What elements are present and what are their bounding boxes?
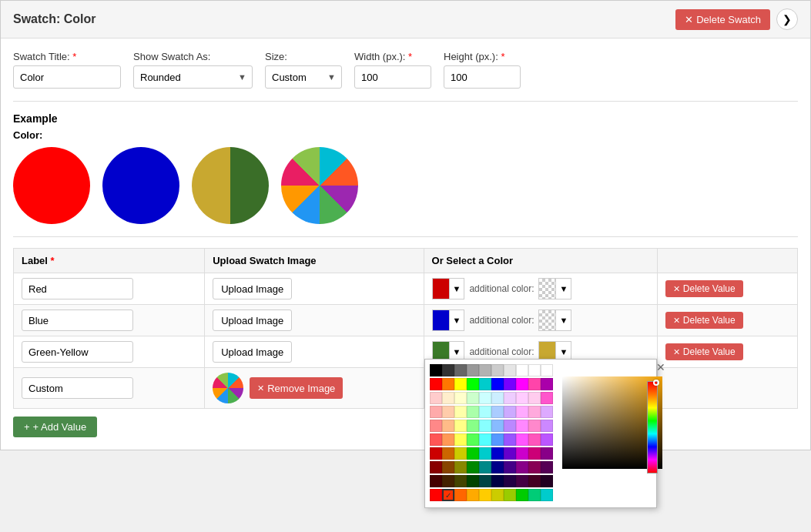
height-input[interactable] (444, 65, 521, 89)
palette-cell[interactable] (454, 461, 467, 473)
gradient-cursor[interactable] (653, 380, 659, 386)
palette-cell[interactable] (479, 447, 491, 460)
palette-cell[interactable] (442, 392, 454, 404)
palette-cell[interactable] (479, 489, 491, 501)
palette-cell[interactable] (467, 447, 479, 460)
palette-cell[interactable] (491, 378, 504, 390)
palette-cell[interactable] (454, 475, 467, 487)
palette-cell[interactable] (430, 420, 442, 432)
palette-cell[interactable] (442, 447, 454, 460)
palette-cell[interactable] (528, 406, 541, 418)
palette-cell[interactable] (430, 406, 442, 418)
palette-cell[interactable] (516, 433, 528, 446)
palette-cell[interactable] (528, 420, 541, 432)
palette-cell[interactable] (491, 489, 504, 501)
palette-cell[interactable] (491, 420, 504, 432)
palette-cell[interactable] (467, 420, 479, 432)
palette-cell[interactable] (491, 461, 504, 473)
close-picker-button[interactable]: ✕ (656, 361, 665, 373)
palette-cell[interactable] (541, 447, 553, 460)
palette-cell[interactable] (516, 489, 528, 501)
upload-image-button-red[interactable]: Upload Image (213, 278, 292, 299)
palette-cell-selected[interactable] (442, 489, 454, 501)
delete-swatch-button[interactable]: ✕ Delete Swatch (675, 9, 770, 30)
palette-cell[interactable] (504, 433, 516, 446)
palette-cell[interactable] (516, 406, 528, 418)
palette-cell[interactable] (467, 392, 479, 404)
additional-color-dropdown-btn-blue[interactable]: ▼ (556, 316, 571, 325)
palette-cell[interactable] (430, 392, 442, 404)
label-input-greenyellow[interactable] (22, 341, 133, 363)
palette-cell[interactable] (467, 461, 479, 473)
label-input-custom[interactable] (22, 377, 133, 399)
palette-cell[interactable] (442, 378, 454, 390)
upload-image-button-blue[interactable]: Upload Image (213, 309, 292, 331)
palette-cell[interactable] (516, 461, 528, 473)
palette-cell[interactable] (454, 420, 467, 432)
palette-cell[interactable] (479, 420, 491, 432)
palette-cell[interactable] (541, 420, 553, 432)
palette-cell[interactable] (516, 447, 528, 460)
palette-cell[interactable] (516, 392, 528, 404)
palette-cell[interactable] (442, 364, 454, 376)
palette-cell[interactable] (430, 364, 442, 376)
palette-cell[interactable] (516, 364, 528, 376)
palette-cell[interactable] (479, 378, 491, 390)
palette-cell[interactable] (504, 406, 516, 418)
palette-cell[interactable] (479, 475, 491, 487)
delete-value-button-gy[interactable]: ✕ Delete Value (665, 343, 743, 360)
palette-cell[interactable] (467, 489, 479, 501)
palette-cell[interactable] (504, 489, 516, 501)
palette-cell[interactable] (491, 406, 504, 418)
palette-cell[interactable] (479, 392, 491, 404)
palette-cell[interactable] (516, 475, 528, 487)
palette-cell[interactable] (467, 406, 479, 418)
palette-cell[interactable] (528, 392, 541, 404)
palette-cell[interactable] (467, 475, 479, 487)
palette-cell[interactable] (491, 433, 504, 446)
palette-cell[interactable] (430, 475, 442, 487)
palette-cell[interactable] (454, 433, 467, 446)
palette-cell[interactable] (454, 378, 467, 390)
palette-cell[interactable] (454, 489, 467, 501)
palette-cell[interactable] (504, 461, 516, 473)
palette-cell[interactable] (479, 364, 491, 376)
palette-cell[interactable] (491, 392, 504, 404)
color-dropdown-btn-gy[interactable]: ▼ (450, 347, 464, 356)
upload-image-button-gy[interactable]: Upload Image (213, 341, 292, 363)
additional-color-dropdown-btn-red[interactable]: ▼ (556, 284, 571, 293)
palette-cell[interactable] (504, 420, 516, 432)
label-input-red[interactable] (22, 278, 133, 299)
palette-cell[interactable] (516, 420, 528, 432)
palette-cell[interactable] (528, 461, 541, 473)
color-dropdown-btn-blue[interactable]: ▼ (450, 316, 464, 325)
delete-value-button-blue[interactable]: ✕ Delete Value (665, 312, 743, 329)
palette-cell[interactable] (541, 392, 553, 404)
palette-cell[interactable] (491, 447, 504, 460)
palette-cell[interactable] (528, 489, 541, 501)
width-input[interactable] (354, 65, 431, 89)
additional-color-select-red[interactable]: ▼ (538, 278, 571, 299)
palette-cell[interactable] (442, 475, 454, 487)
palette-cell[interactable] (528, 475, 541, 487)
palette-cell[interactable] (504, 392, 516, 404)
palette-cell[interactable] (528, 433, 541, 446)
palette-cell[interactable] (491, 364, 504, 376)
palette-cell[interactable] (430, 433, 442, 446)
palette-cell[interactable] (454, 364, 467, 376)
palette-cell[interactable] (504, 447, 516, 460)
palette-cell[interactable] (541, 461, 553, 473)
palette-cell[interactable] (541, 406, 553, 418)
palette-cell[interactable] (467, 433, 479, 446)
palette-cell[interactable] (528, 378, 541, 390)
palette-cell[interactable] (504, 378, 516, 390)
palette-cell[interactable] (541, 433, 553, 446)
palette-cell[interactable] (442, 420, 454, 432)
palette-cell[interactable] (541, 475, 553, 487)
palette-cell[interactable] (467, 378, 479, 390)
palette-cell[interactable] (430, 447, 442, 460)
palette-cell[interactable] (454, 447, 467, 460)
palette-cell[interactable] (442, 406, 454, 418)
palette-cell[interactable] (504, 475, 516, 487)
palette-cell[interactable] (430, 489, 442, 501)
